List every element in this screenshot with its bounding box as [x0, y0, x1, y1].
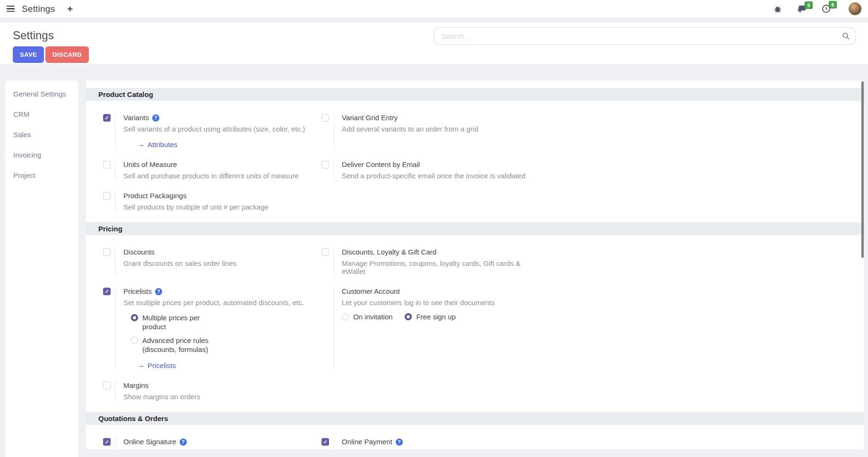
activities-count-badge: 6: [829, 1, 837, 9]
radio-option-multiple-prices-per[interactable]: Multiple prices perproduct: [131, 313, 321, 331]
setting-discounts-loyalty-gift-card: Discounts, Loyalty & Gift CardManage Pro…: [321, 247, 540, 275]
help-icon[interactable]: ?: [155, 288, 162, 295]
section-header-product-catalog: Product Catalog: [86, 88, 864, 101]
setting-label: Deliver Content by Email: [342, 160, 420, 169]
radio-label-line: (discounts, formulas): [142, 345, 208, 354]
checkbox-cell: ✓: [321, 437, 334, 449]
checkbox-cell: [321, 287, 334, 369]
user-avatar[interactable]: [849, 2, 861, 15]
settings-header: Settings SAVE DISCARD: [0, 23, 868, 64]
setting-online-signature: ✓Online Signature?Request an online sign…: [103, 437, 321, 449]
setting-content: Discounts, Loyalty & Gift CardManage Pro…: [334, 247, 540, 275]
checkbox-cell: [103, 381, 115, 401]
setting-content: Deliver Content by EmailSend a product-s…: [334, 160, 540, 180]
setting-description: Request an online signature to confirm o…: [123, 449, 312, 449]
hamburger-menu-icon[interactable]: [6, 4, 16, 14]
setting-content: Variants?Sell variants of a product usin…: [115, 113, 321, 149]
setting-margins: MarginsShow margins on orders: [103, 381, 321, 401]
new-tab-plus-icon[interactable]: +: [67, 4, 73, 14]
radio-selected-icon[interactable]: [131, 314, 138, 321]
sidebar-item-crm[interactable]: CRM: [5, 105, 78, 123]
setting-description: Grant discounts on sales order lines: [123, 259, 312, 267]
setting-label: Online Signature: [123, 437, 176, 447]
product-packagings-checkbox[interactable]: [103, 192, 111, 200]
checkbox-cell: [321, 160, 334, 180]
checkbox-cell: [103, 247, 115, 275]
settings-sidebar: General SettingsCRMSalesInvoicingProject: [5, 80, 78, 457]
setting-description: Show margins on orders: [123, 393, 312, 401]
radio-option-on-invitation[interactable]: On invitation: [342, 312, 392, 321]
setting-discounts: DiscountsGrant discounts on sales order …: [103, 247, 321, 275]
discounts-loyalty-gift-card-checkbox[interactable]: [321, 248, 329, 256]
sidebar-item-general-settings[interactable]: General Settings: [5, 85, 78, 103]
variant-grid-entry-checkbox[interactable]: [321, 114, 329, 122]
setting-label: Product Packagings: [123, 191, 186, 201]
section-grid-product-catalog: ✓Variants?Sell variants of a product usi…: [86, 101, 864, 217]
checkbox-cell: ✓: [103, 287, 115, 369]
vertical-scrollbar[interactable]: [861, 81, 864, 258]
checkbox-cell: [321, 113, 334, 149]
help-icon[interactable]: ?: [152, 114, 159, 122]
setting-content: Customer AccountLet your customers log i…: [334, 287, 540, 369]
online-payment-checkbox[interactable]: ✓: [321, 438, 329, 446]
setting-variant-grid-entry: Variant Grid EntryAdd several variants t…: [321, 113, 540, 149]
messages-icon[interactable]: 5: [797, 5, 807, 13]
checkbox-cell: [321, 247, 334, 275]
setting-description: Request an online payment to confirm ord…: [342, 449, 531, 449]
setting-label: Customer Account: [342, 287, 400, 296]
radio-label-line: Advanced price rules: [142, 336, 208, 345]
units-of-measure-checkbox[interactable]: [103, 161, 111, 168]
pricelists-link[interactable]: →Pricelists: [137, 361, 321, 369]
setting-description: Sell and purchase products in different …: [123, 172, 312, 180]
arrow-right-icon: →: [137, 361, 145, 369]
radio-option-free-sign-up[interactable]: Free sign up: [405, 312, 455, 321]
setting-label: Discounts, Loyalty & Gift Card: [342, 247, 436, 257]
app-title[interactable]: Settings: [22, 4, 55, 14]
radio-label: Free sign up: [416, 312, 455, 321]
radio-label: Multiple prices perproduct: [142, 313, 200, 331]
radio-option-advanced-price-rules[interactable]: Advanced price rules(discounts, formulas…: [131, 336, 321, 354]
sidebar-item-project[interactable]: Project: [5, 167, 78, 184]
help-icon[interactable]: ?: [180, 439, 187, 446]
radio-label-line: product: [142, 322, 200, 331]
activities-clock-icon[interactable]: 6: [822, 4, 831, 13]
setting-content: Online Signature?Request an online signa…: [115, 437, 321, 449]
sidebar-item-sales[interactable]: Sales: [5, 126, 78, 143]
variants-checkbox[interactable]: ✓: [103, 114, 111, 122]
deliver-content-by-email-checkbox[interactable]: [321, 161, 329, 168]
attributes-link[interactable]: →Attributes: [137, 140, 321, 149]
setting-label: Variants: [123, 113, 149, 123]
checkbox-cell: [103, 160, 115, 180]
pricelists-checkbox[interactable]: ✓: [103, 288, 111, 295]
setting-units-of-measure: Units of MeasureSell and purchase produc…: [103, 160, 321, 180]
setting-label: Online Payment: [342, 437, 392, 447]
radio-selected-icon[interactable]: [405, 313, 412, 320]
radio-unselected-icon[interactable]: [342, 313, 349, 320]
search-input[interactable]: [434, 27, 856, 45]
setting-label: Discounts: [123, 247, 155, 257]
setting-content: Product PackagingsSell products by multi…: [115, 191, 321, 211]
section-grid-quotations-orders: ✓Online Signature?Request an online sign…: [86, 425, 864, 449]
radio-unselected-icon[interactable]: [131, 337, 138, 344]
setting-description: Set multiple prices per product, automat…: [123, 299, 312, 307]
discounts-checkbox[interactable]: [103, 248, 111, 256]
setting-content: Pricelists?Set multiple prices per produ…: [115, 287, 321, 369]
setting-content: MarginsShow margins on orders: [115, 381, 321, 401]
setting-label: Margins: [123, 381, 148, 390]
sidebar-item-invoicing[interactable]: Invoicing: [5, 146, 78, 164]
discard-button[interactable]: DISCARD: [45, 46, 89, 63]
section-header-quotations-orders: Quotations & Orders: [86, 412, 864, 425]
save-button[interactable]: SAVE: [13, 46, 44, 63]
radio-group: On invitationFree sign up: [342, 312, 540, 321]
search-icon[interactable]: [842, 32, 850, 42]
radio-label-line: Free sign up: [416, 312, 455, 321]
arrow-right-icon: →: [137, 140, 145, 149]
settings-layout: General SettingsCRMSalesInvoicingProject…: [0, 80, 868, 457]
debug-bug-icon[interactable]: [773, 5, 782, 13]
radio-label: Advanced price rules(discounts, formulas…: [142, 336, 208, 354]
setting-description: Manage Promotions, coupons, loyalty card…: [342, 259, 531, 275]
margins-checkbox[interactable]: [103, 382, 111, 389]
setting-description: Let your customers log in to see their d…: [342, 299, 531, 307]
online-signature-checkbox[interactable]: ✓: [103, 438, 111, 446]
help-icon[interactable]: ?: [396, 439, 403, 446]
